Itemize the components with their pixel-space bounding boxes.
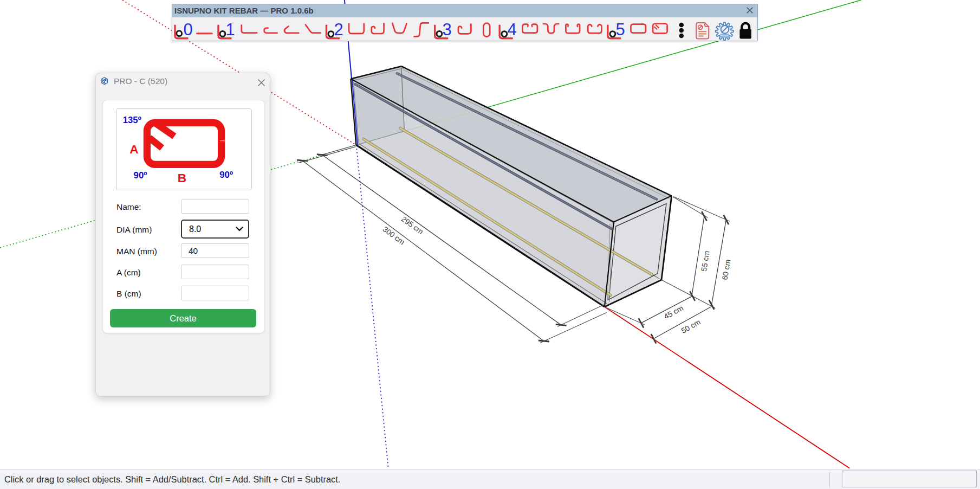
svg-text:4: 4 — [507, 20, 516, 39]
svg-text:2: 2 — [334, 20, 343, 39]
svg-text:55 cm: 55 cm — [699, 250, 711, 272]
svg-text:90º: 90º — [219, 170, 233, 180]
svg-text:B: B — [178, 171, 186, 185]
svg-text:60 cm: 60 cm — [720, 259, 732, 280]
svg-text:90º: 90º — [134, 170, 147, 181]
svg-text:5: 5 — [615, 20, 625, 39]
svg-text:A: A — [129, 142, 138, 156]
svg-text:1: 1 — [225, 20, 235, 39]
svg-text:135º: 135º — [123, 115, 141, 125]
svg-text:50 cm: 50 cm — [680, 318, 702, 336]
svg-text:0: 0 — [183, 20, 192, 39]
svg-text:3: 3 — [442, 20, 451, 39]
